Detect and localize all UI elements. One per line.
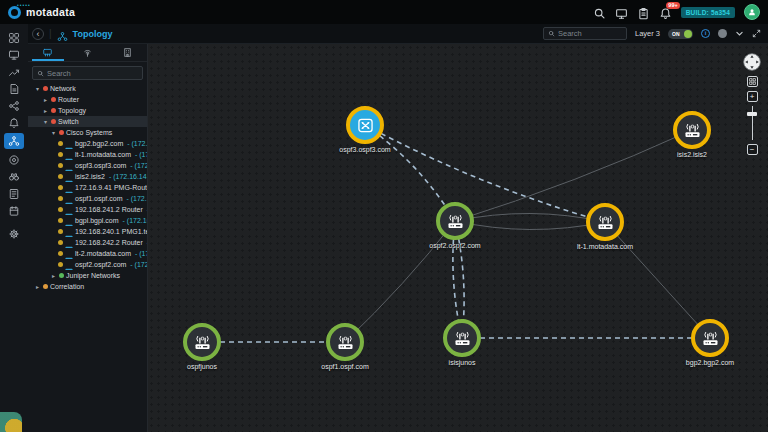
status-dot-icon (58, 185, 63, 190)
zoom-slider[interactable] (747, 106, 757, 140)
layer-toggle[interactable]: ON (668, 29, 693, 39)
tree-item-192-168-241-2-router[interactable]: 192.168.241.2 Router - (192.16 (28, 204, 147, 215)
canvas-search-input[interactable] (558, 29, 622, 38)
expander-icon[interactable]: ▸ (50, 272, 57, 279)
fullscreen-icon[interactable] (752, 29, 761, 38)
tree-item-ip: - (172.16. (133, 151, 147, 158)
topology-canvas[interactable]: ospf3.ospf3.comisis2.isis2ospf2.ospf2.co… (148, 44, 768, 432)
tree-item-ip: - (172.16. (133, 250, 147, 257)
tree-item-label: ospf1.ospf.com (75, 195, 122, 202)
tree-item-correlation[interactable]: ▸Correlation (28, 281, 147, 292)
tree-tab-sites[interactable] (107, 44, 147, 61)
tree-item-label: Switch (58, 118, 79, 125)
zoom-out-button[interactable]: − (747, 144, 758, 155)
sidebar-item-topology[interactable] (4, 133, 24, 149)
tree-item-ospf1-ospf-com[interactable]: ospf1.ospf.com - (172.16.14.6) (28, 193, 147, 204)
tree-item-label: Router (58, 96, 79, 103)
tree-item-192-168-240-1-pmg1-test-com-[interactable]: 192.168.240.1 PMG1.test.com - (28, 226, 147, 237)
device-icon (65, 228, 73, 235)
tree-item-juniper-networks[interactable]: ▸Juniper Networks (28, 270, 147, 281)
sidebar-item-infrastructure[interactable] (6, 48, 23, 61)
expander-icon[interactable]: ▸ (42, 107, 49, 114)
back-button[interactable]: ‹ (32, 28, 44, 40)
sidebar-item-dashboard[interactable] (6, 31, 23, 44)
tree-item-bgp2-bgp2-com[interactable]: bgp2.bgp2.com - (172.16.14.4 (28, 138, 147, 149)
tree-item-router[interactable]: ▸Router (28, 94, 147, 105)
device-icon (65, 140, 73, 147)
status-dot-icon (58, 240, 63, 245)
expander-icon[interactable]: ▾ (34, 85, 41, 92)
clipboard-icon[interactable] (637, 6, 650, 19)
canvas-search[interactable] (543, 27, 627, 40)
tree-item-192-168-242-2-router[interactable]: 192.168.242.2 Router - (192.16 (28, 237, 147, 248)
compass-control[interactable] (742, 52, 762, 72)
node-label: ospf1.ospf.com (321, 363, 368, 370)
expander-icon[interactable]: ▸ (34, 283, 41, 290)
sidebar-item-log-explorer[interactable] (6, 82, 23, 95)
tree-item-cisco-systems[interactable]: ▾Cisco Systems (28, 127, 147, 138)
brand-name: motadata (26, 6, 75, 18)
sidebar-item-discovery[interactable] (6, 170, 23, 183)
device-icon (65, 151, 73, 158)
status-dot-icon (58, 207, 63, 212)
device-icon (65, 162, 73, 169)
sidebar-item-scheduler[interactable] (6, 204, 23, 217)
expander-icon[interactable]: ▾ (42, 118, 49, 125)
help-widget[interactable] (0, 412, 22, 432)
tree-item-ip: - (172.16.14. (128, 162, 147, 169)
tree-search[interactable] (32, 66, 143, 80)
sidebar-item-reports[interactable] (6, 187, 23, 200)
chevron-down-icon[interactable] (735, 29, 744, 38)
status-dot-icon (51, 108, 56, 113)
device-icon (65, 239, 73, 246)
monitor-icon[interactable] (615, 6, 628, 19)
topology-node-ospf1[interactable]: ospf1.ospf.com (326, 323, 364, 361)
tree-item-label: 192.168.241.2 Router (75, 206, 143, 213)
tree-item-label: 192.168.240.1 PMG1.test.com - (75, 228, 147, 235)
global-search-icon[interactable] (593, 6, 606, 19)
sidebar-item-alerts[interactable] (6, 116, 23, 129)
expander-icon[interactable]: ▸ (42, 96, 49, 103)
sidebar-item-settings[interactable] (6, 227, 23, 240)
status-dot-icon (59, 273, 64, 278)
tree-item-ospf2-ospf2-com[interactable]: ospf2.ospf2.com - (172.16.14. (28, 259, 147, 270)
device-icon (65, 184, 73, 191)
expander-icon[interactable]: ▾ (50, 129, 57, 136)
build-version-badge: BUILD: 5a354 (681, 7, 735, 18)
topology-node-ospf3[interactable]: ospf3.ospf3.com (346, 106, 384, 144)
status-dot-icon (58, 218, 63, 223)
tree-item-172-16-9-41-pmg-router-test-c[interactable]: 172.16.9.41 PMG-Router.test.c (28, 182, 147, 193)
tree-item-isis2-isis2[interactable]: isis2.isis2 - (172.16.14.1) (28, 171, 147, 182)
tree-tab-wireless[interactable] (68, 44, 108, 61)
zoom-in-button[interactable]: + (747, 91, 758, 102)
topology-node-ospf2[interactable]: ospf2.ospf2.com (436, 202, 474, 240)
tree-item-topology[interactable]: ▸Topology (28, 105, 147, 116)
topology-node-bgp2[interactable]: bgp2.bgp2.com (691, 319, 729, 357)
notifications-bell-icon[interactable]: 99+ (659, 6, 672, 19)
info-icon[interactable]: i (701, 29, 710, 38)
status-dot-icon (58, 229, 63, 234)
topology-node-ospfjunos[interactable]: ospfjunos (183, 323, 221, 361)
tree-item-network[interactable]: ▾Network (28, 83, 147, 94)
zoom-slider-handle[interactable] (747, 112, 757, 116)
node-label: ospf2.ospf2.com (429, 242, 480, 249)
tree-item-ospf3-ospf3-com[interactable]: ospf3.ospf3.com - (172.16.14. (28, 160, 147, 171)
overview-grid-button[interactable] (747, 76, 758, 87)
topology-node-isisjunos[interactable]: isisjunos (443, 319, 481, 357)
sidebar-item-flow-explorer[interactable] (6, 99, 23, 112)
tree-tabs (28, 44, 147, 62)
sidebar-item-ncm[interactable] (6, 153, 23, 166)
status-dot-icon[interactable] (718, 29, 727, 38)
tree-tab-switches[interactable] (28, 44, 68, 61)
status-dot-icon (58, 141, 63, 146)
topology-node-isis2[interactable]: isis2.isis2 (673, 111, 711, 149)
sidebar-item-metric-explorer[interactable] (6, 65, 23, 78)
user-avatar[interactable] (744, 4, 760, 20)
tree-item-lt-1-motadata-com[interactable]: lt-1.motadata.com - (172.16. (28, 149, 147, 160)
tree-item-switch[interactable]: ▾Switch (28, 116, 147, 127)
tree-search-input[interactable] (47, 69, 138, 78)
tree-item-lt-2-motadata-com[interactable]: lt-2.motadata.com - (172.16. (28, 248, 147, 259)
tree-item-bgpl-bgpl-com[interactable]: bgpl.bgpl.com - (172.16.14.3) (28, 215, 147, 226)
topology-node-lt1[interactable]: lt-1.motadata.com (586, 203, 624, 241)
tree-item-label: ospf3.ospf3.com (75, 162, 126, 169)
